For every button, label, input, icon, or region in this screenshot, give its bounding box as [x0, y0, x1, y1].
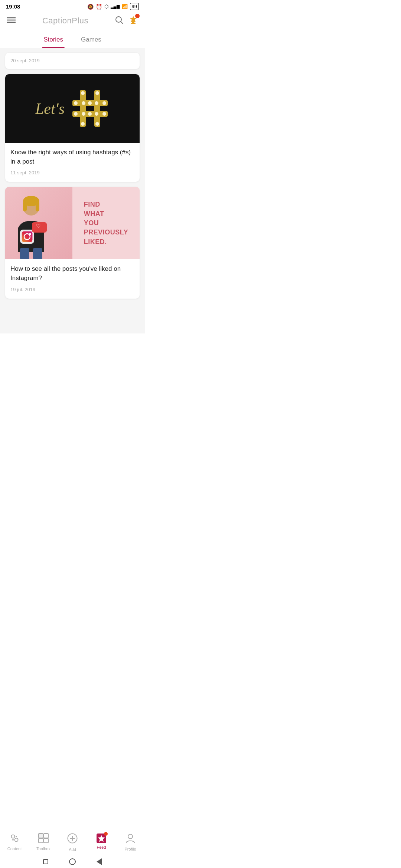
svg-point-24 — [95, 122, 99, 126]
card-instagram-title: How to see all the posts you've liked on… — [10, 264, 134, 283]
find-text: FINDWHATYOUPREVIOUSLYLIKED. — [84, 200, 128, 247]
svg-point-11 — [74, 101, 78, 105]
status-icons: 🔕 ⏰ ⬡ ▂▄▆ 📶 99 — [87, 3, 139, 10]
svg-point-17 — [82, 112, 85, 116]
svg-point-12 — [82, 101, 85, 105]
trophy-notification-badge — [135, 14, 140, 18]
search-button[interactable] — [115, 16, 123, 26]
card-partial-date: 20 sept. 2019 — [10, 58, 40, 63]
trophy-button[interactable] — [128, 15, 138, 26]
status-bar: 19:08 🔕 ⏰ ⬡ ▂▄▆ 📶 99 — [0, 0, 145, 11]
svg-rect-32 — [22, 231, 33, 242]
svg-point-19 — [95, 112, 98, 116]
svg-rect-30 — [36, 201, 39, 211]
battery-icon: 99 — [130, 3, 139, 10]
svg-rect-10 — [94, 90, 100, 127]
menu-button[interactable] — [7, 17, 16, 25]
header-actions — [115, 15, 138, 26]
svg-rect-9 — [80, 90, 86, 127]
app-title: CaptionPlus — [42, 16, 88, 26]
svg-point-34 — [29, 233, 31, 235]
hashtag-bulb-svg — [71, 87, 110, 130]
card-hashtag-image: Let's — [5, 74, 140, 143]
card-instagram[interactable]: ♡ FINDWHATY — [5, 187, 140, 298]
svg-line-4 — [121, 22, 123, 24]
card-hashtag[interactable]: Let's — [5, 74, 140, 182]
card-hashtag-title: Know the right ways of using hashtags (#… — [10, 148, 134, 166]
svg-point-18 — [88, 112, 92, 116]
bluetooth-icon: ⬡ — [104, 4, 108, 9]
signal-icon: ▂▄▆ — [111, 4, 120, 9]
card-instagram-date: 19 jul. 2019 — [10, 287, 35, 292]
tab-games[interactable]: Games — [79, 33, 103, 48]
svg-point-13 — [88, 101, 92, 105]
card-hashtag-date: 11 sept. 2019 — [10, 170, 40, 175]
card-hashtag-body: Know the right ways of using hashtags (#… — [5, 143, 140, 182]
tabs-bar: Stories Games — [0, 30, 145, 48]
instagram-person-side: ♡ — [5, 187, 72, 259]
svg-point-22 — [81, 122, 85, 126]
svg-rect-6 — [131, 23, 136, 24]
svg-point-20 — [102, 112, 106, 116]
card-instagram-image: ♡ FINDWHATY — [5, 187, 140, 259]
svg-point-15 — [102, 101, 106, 105]
svg-point-21 — [81, 91, 85, 95]
alarm-icon: ⏰ — [96, 4, 102, 10]
svg-point-16 — [74, 112, 78, 116]
svg-point-23 — [95, 91, 99, 95]
card-partial[interactable]: 20 sept. 2019 — [5, 53, 140, 69]
status-time: 19:08 — [6, 3, 20, 10]
person-svg: ♡ — [9, 194, 53, 259]
svg-rect-26 — [20, 248, 29, 259]
tab-stories[interactable]: Stories — [42, 33, 65, 48]
lets-text: Let's — [35, 100, 65, 118]
header: CaptionPlus — [0, 11, 145, 30]
svg-rect-29 — [23, 201, 27, 211]
svg-point-14 — [95, 101, 98, 105]
content-area: 20 sept. 2019 Let's — [0, 48, 145, 333]
instagram-text-side: FINDWHATYOUPREVIOUSLYLIKED. — [72, 187, 140, 259]
mute-icon: 🔕 — [87, 4, 94, 10]
wifi-icon: 📶 — [122, 4, 128, 9]
card-instagram-body: How to see all the posts you've liked on… — [5, 259, 140, 298]
svg-text:♡: ♡ — [36, 223, 41, 229]
svg-rect-5 — [132, 22, 134, 23]
svg-rect-27 — [33, 248, 42, 259]
